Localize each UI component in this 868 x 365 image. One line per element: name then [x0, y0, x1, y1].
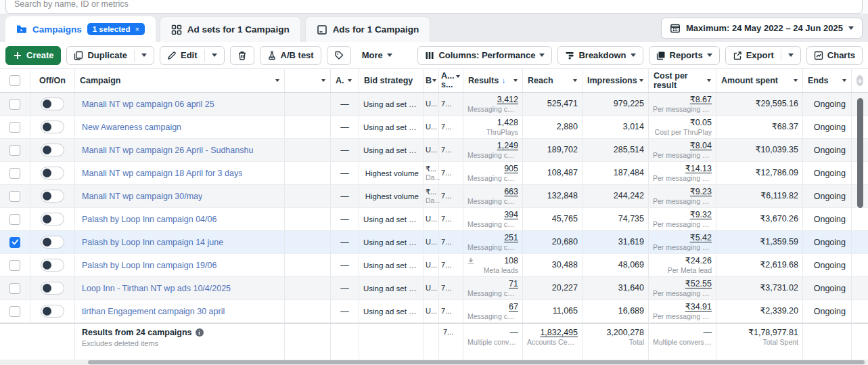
header-results[interactable]: Results ↓	[463, 69, 522, 92]
table-row[interactable]: Manali NT wp campaign 06 april 25 — Usin…	[0, 93, 868, 116]
table-row[interactable]: Manali NT wp campaign 30/may — Highest v…	[0, 185, 868, 208]
select-all-checkbox[interactable]	[9, 75, 20, 86]
header-budget[interactable]: B	[423, 69, 438, 92]
campaign-toggle[interactable]	[41, 305, 64, 318]
edit-button[interactable]: Edit	[160, 47, 204, 64]
row-checkbox[interactable]	[9, 283, 20, 294]
header-delivery[interactable]	[284, 69, 330, 92]
cost-per-result-value[interactable]: ₹5.42	[690, 233, 712, 243]
add-column-cell[interactable]: +	[851, 69, 868, 92]
cost-per-result-value[interactable]: ₹34.91	[685, 302, 712, 312]
edit-button-group[interactable]: Edit	[160, 46, 225, 65]
results-value[interactable]: 251	[504, 233, 518, 243]
edit-dropdown[interactable]	[205, 47, 224, 64]
breakdown-button[interactable]: Breakdown	[557, 46, 643, 65]
results-value[interactable]: 663	[504, 187, 518, 197]
horizontal-scrollbar-thumb[interactable]	[88, 360, 865, 364]
row-checkbox[interactable]	[9, 191, 20, 202]
header-reach[interactable]: Reach	[522, 69, 582, 92]
export-button-group[interactable]: Export	[725, 46, 801, 65]
table-row[interactable]: Palash by Loop Inn campaign 04/06 — Usin…	[0, 208, 868, 231]
horizontal-scrollbar-track[interactable]	[0, 360, 868, 365]
table-row[interactable]: Manali NT wp campaign 18 April for 3 day…	[0, 162, 868, 185]
export-button[interactable]: Export	[726, 47, 781, 64]
campaign-name-link[interactable]: Manali NT wp campaign 30/may	[82, 192, 202, 201]
campaign-name-link[interactable]: Manali NT wp campaign 18 April for 3 day…	[82, 169, 242, 178]
table-row[interactable]: Manali NT wp campaign 26 April - Sudhans…	[0, 139, 868, 162]
header-ab-test[interactable]: A.	[330, 69, 359, 92]
vertical-scrollbar[interactable]	[857, 98, 863, 208]
row-checkbox[interactable]	[9, 237, 20, 248]
search-input[interactable]	[5, 0, 863, 14]
cost-per-result-value[interactable]: ₹0.05	[690, 118, 712, 128]
export-dropdown[interactable]	[781, 47, 800, 64]
results-value[interactable]: 67	[509, 302, 518, 312]
table-row[interactable]: Palash by Loop Inn campaign 19/06 — Usin…	[0, 254, 868, 277]
ab-test-button[interactable]: A/B test	[260, 46, 321, 65]
duplicate-button-group[interactable]: Duplicate	[66, 46, 154, 65]
campaign-toggle[interactable]	[41, 236, 64, 249]
header-amount-spent[interactable]: Amount spent	[716, 69, 802, 92]
cost-per-result-value[interactable]: ₹9.32	[690, 210, 712, 220]
header-campaign[interactable]: Campaign	[74, 69, 284, 92]
tag-button[interactable]	[327, 46, 351, 65]
row-checkbox[interactable]	[9, 145, 20, 156]
campaign-name-link[interactable]: Palash by Loop Inn campaign 14 june	[82, 238, 223, 247]
campaign-name-link[interactable]: Manali NT wp campaign 26 April - Sudhans…	[82, 146, 253, 155]
header-bid-strategy[interactable]: Bid strategy	[359, 69, 423, 92]
row-checkbox[interactable]	[9, 214, 20, 225]
select-all-checkbox-cell[interactable]	[0, 69, 30, 92]
header-attribution-setting[interactable]: A... s...	[438, 69, 463, 92]
tab-adsets[interactable]: Ad sets for 1 Campaign	[160, 16, 301, 42]
campaign-name-link[interactable]: Manali NT wp campaign 06 april 25	[82, 100, 214, 109]
row-checkbox[interactable]	[9, 306, 20, 317]
results-value[interactable]: 394	[504, 210, 518, 220]
charts-button[interactable]: Charts	[806, 46, 863, 65]
sort-desc-icon[interactable]: ↓	[501, 76, 505, 85]
results-value[interactable]: 108	[504, 256, 518, 266]
create-button[interactable]: Create	[5, 46, 61, 65]
campaign-toggle[interactable]	[41, 144, 64, 156]
row-checkbox[interactable]	[9, 168, 20, 179]
columns-button[interactable]: Columns: Performance	[417, 46, 552, 65]
footer-reach-value[interactable]: 1,832,495	[540, 328, 578, 338]
results-value[interactable]: 1,428	[497, 118, 518, 128]
campaign-toggle[interactable]	[41, 98, 64, 110]
cost-per-result-value[interactable]: ₹8.67	[690, 95, 712, 105]
download-icon[interactable]	[467, 257, 474, 264]
campaign-name-link[interactable]: Loop Inn - Tirthan NT wp ads 10/4/2025	[82, 284, 231, 293]
results-value[interactable]: 71	[509, 279, 518, 289]
results-value[interactable]: 3,412	[497, 95, 518, 105]
duplicate-dropdown[interactable]	[135, 47, 154, 64]
campaign-toggle[interactable]	[41, 167, 64, 179]
header-cost-per-result[interactable]: Cost per result	[648, 69, 716, 92]
table-row[interactable]: tirthan Engagement campaign 30 april — U…	[0, 300, 868, 323]
selected-count-badge[interactable]: 1 selected ×	[87, 23, 145, 35]
campaign-toggle[interactable]	[41, 190, 64, 202]
campaign-toggle[interactable]	[41, 282, 64, 295]
campaign-toggle[interactable]	[41, 121, 64, 133]
campaign-name-link[interactable]: tirthan Engagement campaign 30 april	[82, 307, 225, 316]
table-row[interactable]: Palash by Loop Inn campaign 14 june — Us…	[0, 231, 868, 254]
cost-per-result-value[interactable]: ₹8.04	[690, 141, 712, 151]
table-row[interactable]: New Awareness campaign — Using ad set bi…	[0, 116, 868, 139]
row-checkbox[interactable]	[9, 99, 20, 110]
date-range-selector[interactable]: Maximum: 24 May 2022 – 24 Jun 2025	[661, 18, 863, 39]
delete-button[interactable]	[230, 46, 254, 65]
campaign-toggle[interactable]	[41, 259, 64, 272]
header-impressions[interactable]: Impressions	[582, 69, 648, 92]
reports-button[interactable]: Reports	[649, 46, 720, 65]
more-button[interactable]: More	[357, 50, 398, 60]
tab-ads[interactable]: Ads for 1 Campaign	[305, 16, 431, 42]
info-icon[interactable]: i	[196, 328, 204, 337]
row-checkbox[interactable]	[9, 122, 20, 133]
clear-selection-icon[interactable]: ×	[135, 25, 139, 33]
results-value[interactable]: 1,249	[497, 141, 518, 151]
results-value[interactable]: 905	[504, 164, 518, 174]
cost-per-result-value[interactable]: ₹14.13	[685, 164, 712, 174]
campaign-name-link[interactable]: Palash by Loop Inn campaign 19/06	[82, 261, 216, 270]
header-ends[interactable]: Ends	[802, 69, 851, 92]
cost-per-result-value[interactable]: ₹52.55	[685, 279, 712, 289]
campaign-toggle[interactable]	[41, 213, 64, 226]
plus-circle-icon[interactable]: +	[856, 75, 863, 86]
